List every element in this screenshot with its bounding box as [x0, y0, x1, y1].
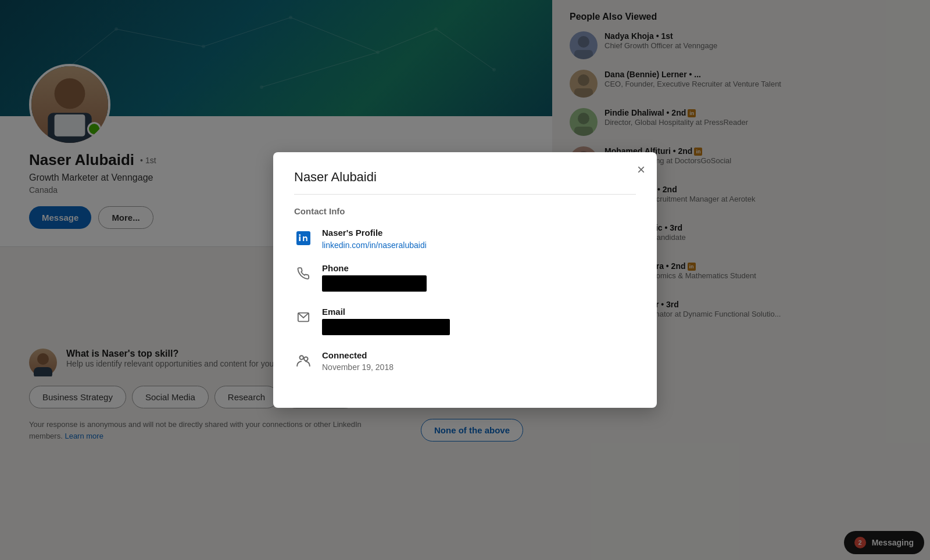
- modal-overlay[interactable]: Naser Alubaidi × Contact Info Naser's Pr…: [0, 0, 930, 560]
- linkedin-url[interactable]: linkedin.com/in/naseralubaidi: [322, 240, 427, 250]
- email-redacted: [322, 319, 450, 335]
- modal-close-button[interactable]: ×: [637, 163, 645, 177]
- phone-icon: [294, 264, 313, 283]
- svg-point-38: [299, 234, 300, 235]
- connected-details: Connected November 19, 2018: [322, 350, 636, 372]
- modal-divider: [294, 194, 636, 195]
- connected-icon: [294, 351, 313, 370]
- email-row: Email: [294, 307, 636, 338]
- linkedin-icon: [294, 229, 313, 247]
- svg-point-41: [304, 357, 308, 361]
- contact-info-modal: Naser Alubaidi × Contact Info Naser's Pr…: [273, 152, 657, 408]
- connected-row: Connected November 19, 2018: [294, 350, 636, 372]
- svg-point-40: [300, 356, 304, 360]
- modal-title: Naser Alubaidi: [294, 170, 636, 185]
- svg-rect-37: [299, 236, 301, 241]
- email-label: Email: [322, 307, 636, 317]
- email-icon: [294, 308, 313, 326]
- linkedin-label: Naser's Profile: [322, 228, 636, 238]
- connected-date: November 19, 2018: [322, 362, 636, 372]
- linkedin-details: Naser's Profile linkedin.com/in/naseralu…: [322, 228, 636, 250]
- phone-redacted: [322, 275, 427, 292]
- phone-row: Phone: [294, 263, 636, 294]
- email-details: Email: [322, 307, 636, 338]
- connected-label: Connected: [322, 350, 636, 360]
- phone-details: Phone: [322, 263, 636, 294]
- linkedin-row: Naser's Profile linkedin.com/in/naseralu…: [294, 228, 636, 250]
- contact-section-label: Contact Info: [294, 206, 636, 216]
- phone-label: Phone: [322, 263, 636, 273]
